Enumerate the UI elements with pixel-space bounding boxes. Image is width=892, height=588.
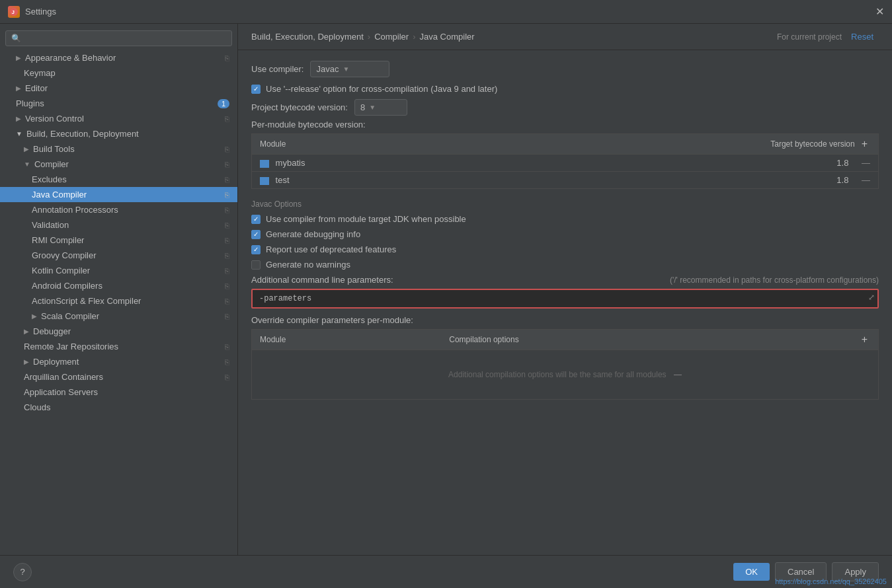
sidebar-item-label: Groovy Compiler [32, 250, 97, 260]
compiler-select[interactable]: Javac ▼ [310, 61, 389, 77]
bytecode-version-value: 8 [360, 102, 365, 112]
module-name-cell: mybatis [252, 155, 469, 172]
module-version-cell: 1.8 — [469, 155, 879, 172]
sidebar-item-label: Compiler [34, 159, 69, 169]
javac-options-title: Javac Options [251, 200, 879, 209]
search-box [0, 26, 237, 50]
expand-arrow-icon: ▶ [16, 54, 21, 61]
bytecode-version-label: Project bytecode version: [251, 102, 348, 112]
sidebar-item-keymap[interactable]: Keymap [0, 65, 237, 81]
bottom-bar: ? OK Cancel Apply [0, 555, 892, 588]
breadcrumb-separator: › [413, 32, 415, 42]
sidebar-item-deployment[interactable]: ▶ Deployment ⎘ [0, 354, 237, 369]
sidebar-item-groovy-compiler[interactable]: Groovy Compiler ⎘ [0, 248, 237, 263]
copy-icon: ⎘ [225, 252, 229, 260]
version-col-header: Target bytecode version + [469, 134, 879, 155]
sidebar-item-debugger[interactable]: ▶ Debugger [0, 324, 237, 339]
breadcrumb-part-1: Build, Execution, Deployment [251, 32, 364, 42]
generate-no-warnings-row: Generate no warnings [251, 260, 879, 270]
title-bar: J Settings ✕ [0, 0, 892, 24]
generate-no-warnings-checkbox[interactable] [251, 260, 261, 270]
sidebar-item-android-compilers[interactable]: Android Compilers ⎘ [0, 278, 237, 293]
sidebar-item-java-compiler[interactable]: Java Compiler ⎘ [0, 187, 237, 202]
sidebar-item-label: Build, Execution, Deployment [26, 129, 139, 139]
additional-cmd-wrapper: ⤢ [251, 289, 879, 309]
expand-arrow-icon: ▶ [24, 358, 29, 365]
add-override-button[interactable]: + [859, 334, 870, 346]
copy-icon: ⎘ [225, 206, 229, 214]
copy-icon: ⎘ [225, 115, 229, 123]
use-module-jdk-label: Use compiler from module target JDK when… [266, 214, 466, 224]
generate-debug-checkbox[interactable]: ✓ [251, 230, 261, 239]
remove-row-icon: — [862, 175, 870, 185]
sidebar-item-label: Java Compiler [32, 190, 87, 200]
sidebar-item-label: Application Servers [24, 387, 98, 397]
sidebar-item-build-tools[interactable]: ▶ Build Tools ⎘ [0, 141, 237, 157]
sidebar-item-editor[interactable]: ▶ Editor [0, 81, 237, 96]
ok-button[interactable]: OK [733, 563, 770, 581]
expand-arrow-icon: ▼ [24, 161, 30, 168]
breadcrumb-current: Java Compiler [420, 32, 475, 42]
use-module-jdk-checkbox[interactable]: ✓ [251, 215, 261, 224]
additional-cmd-input[interactable] [251, 289, 879, 309]
sidebar-item-build-execution[interactable]: ▼ Build, Execution, Deployment [0, 126, 237, 141]
table-row: test 1.8 — [252, 172, 879, 189]
report-deprecated-checkbox[interactable]: ✓ [251, 245, 261, 254]
sidebar-item-label: Debugger [33, 326, 71, 336]
sidebar-item-version-control[interactable]: ▶ Version Control ⎘ [0, 111, 237, 126]
sidebar-item-application-servers[interactable]: Application Servers [0, 385, 237, 400]
sidebar-item-appearance[interactable]: ▶ Appearance & Behavior ⎘ [0, 50, 237, 65]
use-release-checkbox[interactable]: ✓ [251, 85, 261, 94]
sidebar-item-excludes[interactable]: Excludes ⎘ [0, 172, 237, 187]
module-table: Module Target bytecode version + [251, 133, 879, 189]
select-arrow-icon: ▼ [369, 104, 376, 111]
generate-no-warnings-label: Generate no warnings [266, 260, 350, 270]
copy-icon: ⎘ [225, 54, 229, 62]
sidebar-item-arquillian[interactable]: Arquillian Containers ⎘ [0, 369, 237, 385]
override-table: Module Compilation options + [251, 329, 879, 400]
svg-text:J: J [12, 9, 15, 15]
sidebar-item-label: Remote Jar Repositories [24, 342, 118, 351]
expand-arrow-icon: ▶ [32, 312, 37, 320]
dialog-title: Settings [25, 7, 56, 17]
sidebar-item-actionscript-flex[interactable]: ActionScript & Flex Compiler ⎘ [0, 293, 237, 309]
override-label: Override compiler parameters per-module: [251, 315, 879, 325]
report-deprecated-row: ✓ Report use of deprecated features [251, 244, 879, 254]
use-compiler-label: Use compiler: [251, 64, 304, 74]
sidebar-item-plugins[interactable]: Plugins 1 [0, 96, 237, 111]
override-module-col: Module [252, 330, 442, 350]
select-arrow-icon: ▼ [343, 65, 349, 73]
compiler-select-value: Javac [316, 64, 339, 74]
bytecode-version-select[interactable]: 8 ▼ [354, 99, 407, 116]
sidebar-item-compiler[interactable]: ▼ Compiler ⎘ [0, 157, 237, 172]
sidebar-item-annotation-processors[interactable]: Annotation Processors ⎘ [0, 202, 237, 217]
per-module-label: Per-module bytecode version: [251, 120, 879, 129]
close-button[interactable]: ✕ [875, 5, 884, 18]
sidebar-item-label: Excludes [32, 174, 67, 184]
sidebar-item-rmi-compiler[interactable]: RMI Compiler ⎘ [0, 233, 237, 248]
sidebar-item-validation[interactable]: Validation ⎘ [0, 217, 237, 233]
copy-icon: ⎘ [225, 221, 229, 229]
bytecode-version-row: Project bytecode version: 8 ▼ [251, 99, 879, 116]
reset-button[interactable]: Reset [846, 32, 879, 42]
use-release-row: ✓ Use '--release' option for cross-compi… [251, 84, 879, 94]
help-button[interactable]: ? [13, 563, 32, 581]
copy-icon: ⎘ [225, 282, 229, 290]
sidebar-item-kotlin-compiler[interactable]: Kotlin Compiler ⎘ [0, 263, 237, 278]
breadcrumb-part-2: Compiler [374, 32, 409, 42]
copy-icon: ⎘ [225, 191, 229, 199]
search-input[interactable] [5, 30, 232, 46]
sidebar-item-label: RMI Compiler [32, 235, 84, 245]
url-hint: https://blog.csdn.net/qq_35262405 [770, 575, 892, 588]
expand-arrow-icon: ▶ [16, 85, 21, 92]
sidebar-item-remote-jar[interactable]: Remote Jar Repositories ⎘ [0, 339, 237, 354]
check-icon: ✓ [253, 246, 259, 253]
use-module-jdk-row: ✓ Use compiler from module target JDK wh… [251, 214, 879, 224]
sidebar-item-clouds[interactable]: Clouds [0, 400, 237, 415]
sidebar-item-scala-compiler[interactable]: ▶ Scala Compiler ⎘ [0, 309, 237, 324]
copy-icon: ⎘ [225, 161, 229, 168]
override-compilation-col: Compilation options + [441, 330, 878, 350]
sidebar-item-label: Plugins [16, 98, 44, 108]
sidebar-item-label: Scala Compiler [41, 311, 99, 321]
add-module-button[interactable]: + [859, 138, 870, 150]
